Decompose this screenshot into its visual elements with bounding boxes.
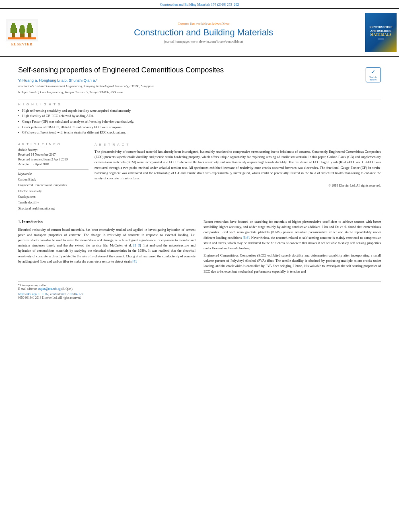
affiliation-a: a School of Civil and Environmental Engi…: [18, 84, 362, 88]
paper-content: Self-sensing properties of Engineered Ce…: [0, 57, 399, 308]
check-badge-inner: ✓ Check for updates: [366, 67, 381, 82]
list-item: High self-sensing sensitivity and superb…: [18, 108, 381, 114]
body-paragraph: Electrical resistivity of cement based m…: [18, 227, 195, 264]
divider-3: [18, 215, 381, 215]
keyword-item: Tensile ductility: [18, 200, 88, 205]
cover-title: Construction and Building: [367, 25, 395, 33]
email-note: E-mail address: szqian@ntu.edu.sg (S. Qi…: [18, 287, 381, 291]
reference-link[interactable]: [1–3]: [134, 243, 141, 247]
highlights-label: H I G H L I G H T S: [18, 103, 381, 106]
body-col-left: 1. Introduction Electrical resistivity o…: [18, 219, 195, 276]
keywords-list: Carbon Black Engineered Cementitious Com…: [18, 177, 88, 212]
revised-date: Received in revised form 2 April 2018: [18, 157, 88, 162]
journal-main-title: Construction and Building Materials: [134, 27, 273, 38]
citation-text: Construction and Building Materials 174 …: [160, 2, 239, 6]
article-info-label: A R T I C L E I N F O: [18, 142, 88, 146]
accepted-date: Accepted 13 April 2018: [18, 162, 88, 167]
body-section: 1. Introduction Electrical resistivity o…: [18, 219, 381, 276]
email-label: E-mail address:: [18, 287, 38, 291]
list-item: Gauge Factor (GF) was calculated to anal…: [18, 119, 381, 125]
cover-subtitle: MATERIALS: [370, 33, 391, 37]
citation-bar: Construction and Building Materials 174 …: [0, 0, 399, 8]
received-date: Received 14 November 2017: [18, 152, 88, 157]
elsevier-logo-area: ELSEVIER: [0, 11, 44, 54]
footnote-section: * Corresponding author. E-mail address: …: [18, 281, 381, 300]
highlights-section: H I G H L I G H T S High self-sensing se…: [18, 103, 381, 136]
list-item: GF shows different trend with tensile st…: [18, 130, 381, 136]
abstract-section: A B S T R A C T The piezoresistivity of …: [95, 142, 381, 189]
article-info: A R T I C L E I N F O Article history: R…: [18, 142, 88, 212]
keyword-item: Structural health monitoring: [18, 206, 88, 212]
reference-link[interactable]: [4]: [132, 259, 136, 263]
article-info-col: A R T I C L E I N F O Article history: R…: [18, 142, 88, 212]
list-item: Crack patterns of CB-ECC, HFA-ECC and or…: [18, 125, 381, 130]
svg-rect-12: [8, 37, 36, 39]
keywords-label: Keywords:: [18, 172, 88, 176]
journal-header: ELSEVIER Contents lists available at Sci…: [0, 8, 399, 57]
svg-rect-8: [28, 23, 31, 27]
cover-box: Construction and Building MATERIALS ||||…: [365, 13, 397, 52]
issn-line: 0950-0618/© 2018 Elsevier Ltd. All right…: [18, 296, 381, 300]
svg-point-11: [20, 25, 25, 30]
abstract-col: A B S T R A C T The piezoresistivity of …: [95, 142, 381, 212]
elsevier-logo-image: [6, 19, 38, 41]
copyright-line: © 2018 Elsevier Ltd. All rights reserved…: [95, 183, 381, 188]
body-col-right: Recent researches have focused on search…: [204, 219, 381, 276]
paper-title-text: Self-sensing properties of Engineered Ce…: [18, 66, 362, 96]
keyword-item: Carbon Black: [18, 177, 88, 183]
section-1-heading: 1. Introduction: [18, 219, 195, 225]
divider-2: [18, 139, 381, 139]
paper-title: Self-sensing properties of Engineered Ce…: [18, 66, 362, 75]
doi-line[interactable]: https://doi.org/10.1016/j.conbuildmat.20…: [18, 292, 381, 296]
svg-rect-4: [12, 23, 15, 27]
info-divider: [18, 169, 88, 170]
affiliation-b: b Department of Civil Engineering, Tianj…: [18, 90, 362, 94]
journal-cover-thumbnail: Construction and Building MATERIALS ||||…: [363, 11, 399, 54]
corresponding-note: * Corresponding author.: [18, 283, 381, 287]
reference-link[interactable]: [5,6]: [243, 236, 249, 240]
list-item: High ductility of CB-ECC achieved by add…: [18, 113, 381, 119]
body-paragraph: Recent researches have focused on search…: [204, 219, 381, 251]
email-note-suffix: (S. Qian).: [61, 287, 73, 291]
journal-homepage: journal homepage: www.elsevier.com/locat…: [164, 39, 243, 43]
article-history-label: Article history:: [18, 148, 88, 152]
body-paragraph: Engineered Cementitious Composites (ECC)…: [204, 253, 381, 274]
elsevier-brand-text: ELSEVIER: [11, 42, 33, 46]
keyword-item: Electric resistivity: [18, 189, 88, 194]
keyword-item: Engineered Cementitious Composites: [18, 183, 88, 188]
sciencedirect-label: Contents lists available at ScienceDirec…: [178, 22, 230, 26]
abstract-text: The piezoresistivity of cement-based mat…: [95, 149, 381, 181]
check-for-updates-badge: ✓ Check for updates: [366, 67, 381, 82]
divider-1: [18, 99, 381, 99]
info-abstract-section: A R T I C L E I N F O Article history: R…: [18, 142, 381, 212]
abstract-label: A B S T R A C T: [95, 142, 381, 147]
authors-line: Yi Huang a, Hongliang Li a,b, Shunzhi Qi…: [18, 78, 362, 82]
highlights-list: High self-sensing sensitivity and superb…: [18, 108, 381, 136]
keyword-item: Crack pattern: [18, 194, 88, 200]
journal-title-area: Contents lists available at ScienceDirec…: [44, 11, 363, 54]
email-link[interactable]: szqian@ntu.edu.sg: [38, 287, 61, 291]
paper-title-section: Self-sensing properties of Engineered Ce…: [18, 62, 381, 96]
